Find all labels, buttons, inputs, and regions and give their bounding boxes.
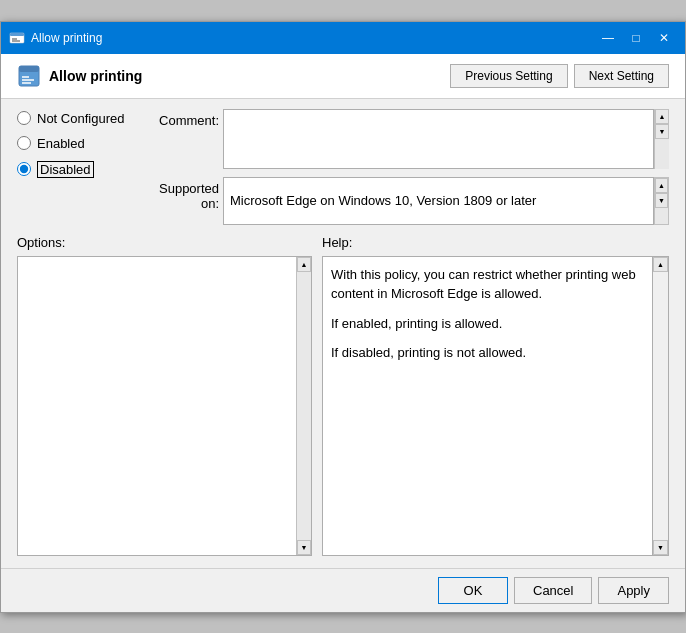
title-bar-left: Allow printing <box>9 30 102 46</box>
supported-content: Microsoft Edge on Windows 10, Version 18… <box>223 177 654 225</box>
supported-scroll-up[interactable]: ▲ <box>655 178 668 193</box>
supported-content-wrap: Microsoft Edge on Windows 10, Version 18… <box>223 177 669 225</box>
next-setting-button[interactable]: Next Setting <box>574 64 669 88</box>
help-para-2: If enabled, printing is allowed. <box>331 314 640 334</box>
options-scroll-up[interactable]: ▲ <box>297 257 311 272</box>
comment-label: Comment: <box>147 109 219 128</box>
window-title: Allow printing <box>31 31 102 45</box>
radio-group: Not Configured Enabled Disabled <box>17 109 147 225</box>
previous-setting-button[interactable]: Previous Setting <box>450 64 567 88</box>
window: Allow printing — □ ✕ Allow printing Prev… <box>0 21 686 613</box>
right-content: Comment: ▲ ▼ Supported on: Microsoft Edg… <box>147 109 669 225</box>
svg-rect-5 <box>19 66 39 72</box>
help-para-3: If disabled, printing is not allowed. <box>331 343 640 363</box>
options-column: Options: ▲ ▼ <box>17 235 312 556</box>
cancel-button[interactable]: Cancel <box>514 577 592 604</box>
svg-rect-1 <box>10 33 24 36</box>
disabled-label: Disabled <box>37 161 94 178</box>
header-title: Allow printing <box>49 68 142 84</box>
help-text: With this policy, you can restrict wheth… <box>331 265 640 363</box>
help-para-1: With this policy, you can restrict wheth… <box>331 265 640 304</box>
enabled-label: Enabled <box>37 136 85 151</box>
window-icon <box>9 30 25 46</box>
supported-row: Supported on: Microsoft Edge on Windows … <box>147 177 669 225</box>
help-scrollbar: ▲ ▼ <box>652 257 668 555</box>
help-scroll-down[interactable]: ▼ <box>653 540 668 555</box>
supported-label: Supported on: <box>147 177 219 211</box>
comment-scroll-up[interactable]: ▲ <box>655 109 669 124</box>
options-box: ▲ ▼ <box>17 256 312 556</box>
minimize-button[interactable]: — <box>595 28 621 48</box>
footer-section: OK Cancel Apply <box>1 568 685 612</box>
ok-button[interactable]: OK <box>438 577 508 604</box>
header-policy-icon <box>17 64 41 88</box>
help-box: With this policy, you can restrict wheth… <box>322 256 669 556</box>
header-title-area: Allow printing <box>17 64 142 88</box>
not-configured-label: Not Configured <box>37 111 124 126</box>
config-section: Not Configured Enabled Disabled Comment:… <box>1 99 685 235</box>
options-scrollbar: ▲ ▼ <box>296 257 311 555</box>
header-section: Allow printing Previous Setting Next Set… <box>1 54 685 99</box>
close-button[interactable]: ✕ <box>651 28 677 48</box>
header-buttons: Previous Setting Next Setting <box>450 64 669 88</box>
radio-not-configured[interactable]: Not Configured <box>17 111 147 126</box>
apply-button[interactable]: Apply <box>598 577 669 604</box>
title-buttons: — □ ✕ <box>595 28 677 48</box>
radio-enabled[interactable]: Enabled <box>17 136 147 151</box>
comment-scroll-down[interactable]: ▼ <box>655 124 669 139</box>
two-col-section: Options: ▲ ▼ Help: With this policy, you… <box>1 235 685 568</box>
comment-input-wrap: ▲ ▼ <box>223 109 669 169</box>
radio-not-configured-input[interactable] <box>17 111 31 125</box>
radio-disabled-input[interactable] <box>17 162 31 176</box>
help-scroll-up[interactable]: ▲ <box>653 257 668 272</box>
maximize-button[interactable]: □ <box>623 28 649 48</box>
options-header: Options: <box>17 235 312 250</box>
supported-scroll-down[interactable]: ▼ <box>655 193 668 208</box>
title-bar: Allow printing — □ ✕ <box>1 22 685 54</box>
comment-scrollbar: ▲ ▼ <box>654 109 669 169</box>
help-column: Help: With this policy, you can restrict… <box>322 235 669 556</box>
radio-enabled-input[interactable] <box>17 136 31 150</box>
comment-row: Comment: ▲ ▼ <box>147 109 669 169</box>
radio-disabled[interactable]: Disabled <box>17 161 147 178</box>
supported-scrollbar: ▲ ▼ <box>654 177 669 225</box>
comment-textarea[interactable] <box>223 109 654 169</box>
help-header: Help: <box>322 235 669 250</box>
options-scroll-down[interactable]: ▼ <box>297 540 311 555</box>
